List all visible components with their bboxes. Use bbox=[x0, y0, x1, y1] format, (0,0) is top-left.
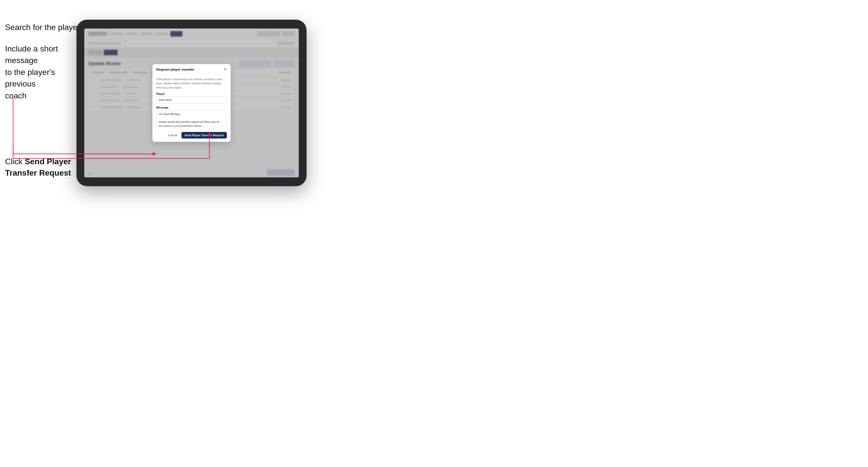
annotation-message: Include a short messageto the player's p… bbox=[5, 43, 76, 101]
modal-overlay: Request player transfer ✕ If the player … bbox=[84, 29, 299, 177]
modal-dialog[interactable]: Request player transfer ✕ If the player … bbox=[152, 64, 230, 142]
player-input[interactable] bbox=[156, 97, 227, 103]
annotation-click-bold: Send PlayerTransfer Request bbox=[5, 157, 71, 177]
modal-footer: Cancel Send Player Transfer Request bbox=[152, 130, 230, 142]
send-transfer-request-button[interactable]: Send Player Transfer Request bbox=[181, 132, 227, 138]
modal-description: If the player is transferring from anoth… bbox=[156, 77, 227, 90]
device-frame: Update Roster bbox=[76, 20, 307, 186]
modal-header: Request player transfer ✕ bbox=[152, 64, 230, 74]
annotation-click: Click Send PlayerTransfer Request bbox=[5, 156, 71, 179]
message-textarea[interactable]: Hi Coach McHarg, Please accept this tran… bbox=[156, 110, 227, 127]
message-field-label: Message bbox=[156, 106, 227, 109]
player-field-label: Player bbox=[156, 92, 227, 95]
modal-title: Request player transfer bbox=[156, 68, 194, 71]
annotation-search: Search for the player. bbox=[5, 23, 82, 32]
modal-close-button[interactable]: ✕ bbox=[223, 67, 227, 71]
modal-body: If the player is transferring from anoth… bbox=[152, 74, 230, 130]
device-screen: Update Roster bbox=[84, 29, 299, 177]
cancel-button[interactable]: Cancel bbox=[166, 132, 179, 138]
